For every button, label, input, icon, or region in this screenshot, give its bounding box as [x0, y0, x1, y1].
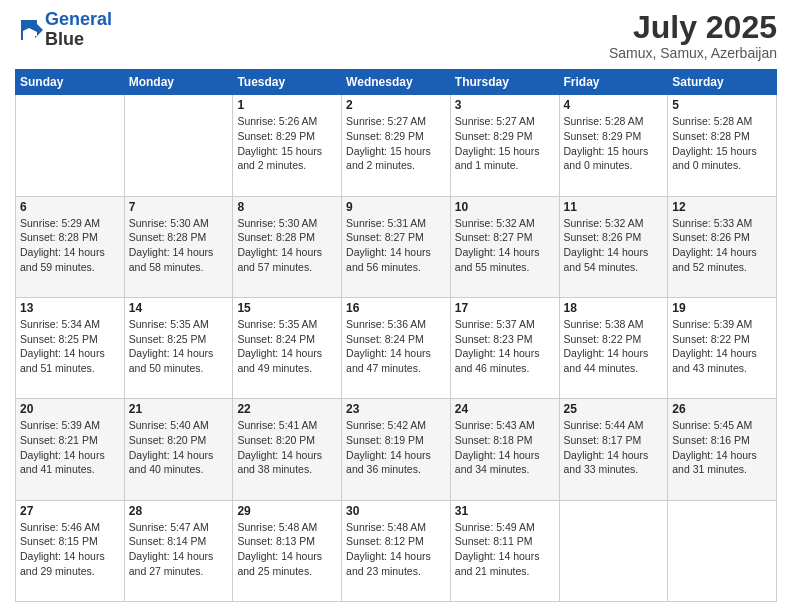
calendar-cell: 22Sunrise: 5:41 AM Sunset: 8:20 PM Dayli… [233, 399, 342, 500]
day-number: 21 [129, 402, 229, 416]
calendar-cell: 24Sunrise: 5:43 AM Sunset: 8:18 PM Dayli… [450, 399, 559, 500]
day-number: 9 [346, 200, 446, 214]
day-info: Sunrise: 5:27 AM Sunset: 8:29 PM Dayligh… [346, 114, 446, 173]
day-number: 19 [672, 301, 772, 315]
day-number: 1 [237, 98, 337, 112]
calendar-cell: 5Sunrise: 5:28 AM Sunset: 8:28 PM Daylig… [668, 95, 777, 196]
day-number: 25 [564, 402, 664, 416]
day-number: 11 [564, 200, 664, 214]
day-info: Sunrise: 5:28 AM Sunset: 8:29 PM Dayligh… [564, 114, 664, 173]
day-number: 8 [237, 200, 337, 214]
day-number: 13 [20, 301, 120, 315]
logo-text: General Blue [45, 10, 112, 50]
calendar-cell [559, 500, 668, 601]
day-number: 29 [237, 504, 337, 518]
calendar-cell: 7Sunrise: 5:30 AM Sunset: 8:28 PM Daylig… [124, 196, 233, 297]
day-number: 23 [346, 402, 446, 416]
calendar-cell: 27Sunrise: 5:46 AM Sunset: 8:15 PM Dayli… [16, 500, 125, 601]
calendar-cell: 6Sunrise: 5:29 AM Sunset: 8:28 PM Daylig… [16, 196, 125, 297]
day-info: Sunrise: 5:34 AM Sunset: 8:25 PM Dayligh… [20, 317, 120, 376]
calendar-cell: 12Sunrise: 5:33 AM Sunset: 8:26 PM Dayli… [668, 196, 777, 297]
day-info: Sunrise: 5:44 AM Sunset: 8:17 PM Dayligh… [564, 418, 664, 477]
day-info: Sunrise: 5:28 AM Sunset: 8:28 PM Dayligh… [672, 114, 772, 173]
day-info: Sunrise: 5:39 AM Sunset: 8:21 PM Dayligh… [20, 418, 120, 477]
weekday-header: Tuesday [233, 70, 342, 95]
day-info: Sunrise: 5:46 AM Sunset: 8:15 PM Dayligh… [20, 520, 120, 579]
day-number: 22 [237, 402, 337, 416]
day-info: Sunrise: 5:38 AM Sunset: 8:22 PM Dayligh… [564, 317, 664, 376]
day-number: 26 [672, 402, 772, 416]
day-info: Sunrise: 5:43 AM Sunset: 8:18 PM Dayligh… [455, 418, 555, 477]
day-info: Sunrise: 5:32 AM Sunset: 8:26 PM Dayligh… [564, 216, 664, 275]
calendar-cell: 14Sunrise: 5:35 AM Sunset: 8:25 PM Dayli… [124, 297, 233, 398]
logo-icon [15, 16, 43, 44]
day-info: Sunrise: 5:41 AM Sunset: 8:20 PM Dayligh… [237, 418, 337, 477]
calendar-cell: 8Sunrise: 5:30 AM Sunset: 8:28 PM Daylig… [233, 196, 342, 297]
header: General Blue July 2025 Samux, Samux, Aze… [15, 10, 777, 61]
calendar-cell: 13Sunrise: 5:34 AM Sunset: 8:25 PM Dayli… [16, 297, 125, 398]
day-info: Sunrise: 5:37 AM Sunset: 8:23 PM Dayligh… [455, 317, 555, 376]
weekday-header: Saturday [668, 70, 777, 95]
day-info: Sunrise: 5:47 AM Sunset: 8:14 PM Dayligh… [129, 520, 229, 579]
day-info: Sunrise: 5:30 AM Sunset: 8:28 PM Dayligh… [129, 216, 229, 275]
day-number: 6 [20, 200, 120, 214]
day-info: Sunrise: 5:32 AM Sunset: 8:27 PM Dayligh… [455, 216, 555, 275]
day-info: Sunrise: 5:35 AM Sunset: 8:24 PM Dayligh… [237, 317, 337, 376]
calendar-week-row: 6Sunrise: 5:29 AM Sunset: 8:28 PM Daylig… [16, 196, 777, 297]
day-number: 7 [129, 200, 229, 214]
calendar-cell: 10Sunrise: 5:32 AM Sunset: 8:27 PM Dayli… [450, 196, 559, 297]
calendar-cell: 29Sunrise: 5:48 AM Sunset: 8:13 PM Dayli… [233, 500, 342, 601]
calendar-cell: 25Sunrise: 5:44 AM Sunset: 8:17 PM Dayli… [559, 399, 668, 500]
calendar-cell: 2Sunrise: 5:27 AM Sunset: 8:29 PM Daylig… [342, 95, 451, 196]
calendar-week-row: 20Sunrise: 5:39 AM Sunset: 8:21 PM Dayli… [16, 399, 777, 500]
calendar-cell [16, 95, 125, 196]
day-number: 14 [129, 301, 229, 315]
calendar-cell: 11Sunrise: 5:32 AM Sunset: 8:26 PM Dayli… [559, 196, 668, 297]
day-info: Sunrise: 5:35 AM Sunset: 8:25 PM Dayligh… [129, 317, 229, 376]
calendar-cell: 28Sunrise: 5:47 AM Sunset: 8:14 PM Dayli… [124, 500, 233, 601]
weekday-header: Wednesday [342, 70, 451, 95]
day-info: Sunrise: 5:33 AM Sunset: 8:26 PM Dayligh… [672, 216, 772, 275]
month-title: July 2025 [609, 10, 777, 45]
weekday-header: Sunday [16, 70, 125, 95]
calendar-cell: 16Sunrise: 5:36 AM Sunset: 8:24 PM Dayli… [342, 297, 451, 398]
calendar-cell: 20Sunrise: 5:39 AM Sunset: 8:21 PM Dayli… [16, 399, 125, 500]
day-number: 4 [564, 98, 664, 112]
day-info: Sunrise: 5:30 AM Sunset: 8:28 PM Dayligh… [237, 216, 337, 275]
weekday-header: Friday [559, 70, 668, 95]
day-number: 28 [129, 504, 229, 518]
calendar-cell: 17Sunrise: 5:37 AM Sunset: 8:23 PM Dayli… [450, 297, 559, 398]
calendar-cell: 18Sunrise: 5:38 AM Sunset: 8:22 PM Dayli… [559, 297, 668, 398]
day-info: Sunrise: 5:29 AM Sunset: 8:28 PM Dayligh… [20, 216, 120, 275]
day-info: Sunrise: 5:40 AM Sunset: 8:20 PM Dayligh… [129, 418, 229, 477]
weekday-header-row: SundayMondayTuesdayWednesdayThursdayFrid… [16, 70, 777, 95]
day-number: 5 [672, 98, 772, 112]
calendar-cell: 31Sunrise: 5:49 AM Sunset: 8:11 PM Dayli… [450, 500, 559, 601]
day-info: Sunrise: 5:49 AM Sunset: 8:11 PM Dayligh… [455, 520, 555, 579]
weekday-header: Thursday [450, 70, 559, 95]
day-info: Sunrise: 5:31 AM Sunset: 8:27 PM Dayligh… [346, 216, 446, 275]
calendar: SundayMondayTuesdayWednesdayThursdayFrid… [15, 69, 777, 602]
calendar-cell: 19Sunrise: 5:39 AM Sunset: 8:22 PM Dayli… [668, 297, 777, 398]
calendar-cell [124, 95, 233, 196]
day-number: 2 [346, 98, 446, 112]
calendar-week-row: 1Sunrise: 5:26 AM Sunset: 8:29 PM Daylig… [16, 95, 777, 196]
calendar-cell: 9Sunrise: 5:31 AM Sunset: 8:27 PM Daylig… [342, 196, 451, 297]
calendar-cell: 21Sunrise: 5:40 AM Sunset: 8:20 PM Dayli… [124, 399, 233, 500]
location: Samux, Samux, Azerbaijan [609, 45, 777, 61]
title-block: July 2025 Samux, Samux, Azerbaijan [609, 10, 777, 61]
day-info: Sunrise: 5:48 AM Sunset: 8:13 PM Dayligh… [237, 520, 337, 579]
day-number: 20 [20, 402, 120, 416]
weekday-header: Monday [124, 70, 233, 95]
calendar-cell [668, 500, 777, 601]
calendar-cell: 4Sunrise: 5:28 AM Sunset: 8:29 PM Daylig… [559, 95, 668, 196]
svg-rect-4 [21, 20, 23, 40]
day-info: Sunrise: 5:39 AM Sunset: 8:22 PM Dayligh… [672, 317, 772, 376]
calendar-week-row: 27Sunrise: 5:46 AM Sunset: 8:15 PM Dayli… [16, 500, 777, 601]
day-number: 10 [455, 200, 555, 214]
calendar-cell: 1Sunrise: 5:26 AM Sunset: 8:29 PM Daylig… [233, 95, 342, 196]
day-number: 15 [237, 301, 337, 315]
day-number: 17 [455, 301, 555, 315]
day-number: 12 [672, 200, 772, 214]
day-number: 16 [346, 301, 446, 315]
